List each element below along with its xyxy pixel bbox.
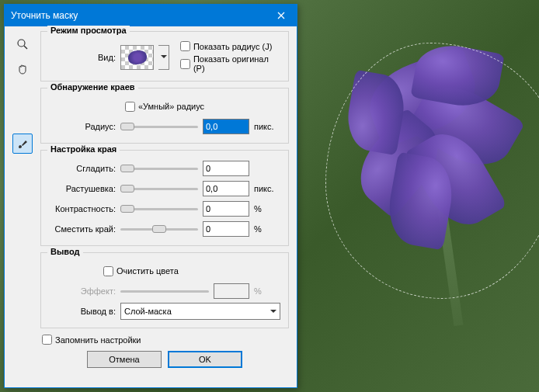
refine-mask-dialog: Уточнить маску Режим просмотра Вид: — [4, 4, 297, 388]
effect-label: Эффект: — [49, 286, 116, 296]
refine-brush-tool[interactable] — [12, 134, 33, 154]
shift-edge-slider[interactable] — [120, 223, 198, 235]
hand-icon — [16, 63, 29, 75]
flower-image — [290, 16, 539, 326]
brush-icon — [16, 137, 29, 150]
edge-detection-group: Обнаружение краев «Умный» радиус Радиус:… — [40, 88, 289, 144]
close-button[interactable] — [266, 5, 297, 26]
show-radius-checkbox[interactable]: Показать радиус (J) — [180, 41, 280, 51]
output-group: Вывод Очистить цвета Эффект: % Вывод в: — [40, 252, 289, 328]
output-to-label: Вывод в: — [49, 307, 116, 316]
contrast-input[interactable] — [203, 201, 249, 217]
shift-edge-unit: % — [254, 224, 280, 234]
view-dropdown[interactable] — [158, 45, 169, 70]
feather-label: Растушевка: — [49, 184, 116, 193]
edge-detection-legend: Обнаружение краев — [47, 82, 138, 92]
view-mode-legend: Режим просмотра — [47, 26, 130, 35]
feather-unit: пикс. — [254, 184, 280, 193]
zoom-tool[interactable] — [12, 34, 33, 54]
ok-button[interactable]: OK — [168, 351, 242, 368]
smart-radius-checkbox[interactable]: «Умный» радиус — [125, 102, 204, 112]
hand-tool[interactable] — [12, 59, 33, 79]
radius-unit: пикс. — [254, 122, 280, 131]
contrast-label: Контрастность: — [49, 204, 116, 213]
view-thumbnail[interactable] — [120, 45, 154, 70]
close-icon — [277, 12, 285, 19]
radius-input[interactable] — [203, 119, 249, 134]
effect-input — [214, 283, 249, 299]
magnifier-icon — [16, 38, 29, 50]
tool-strip — [12, 31, 34, 368]
cancel-button[interactable]: Отмена — [87, 351, 162, 368]
chevron-down-icon — [270, 310, 276, 314]
view-mode-group: Режим просмотра Вид: Показать радиус (J) — [40, 31, 289, 82]
smooth-label: Сгладить: — [49, 164, 116, 173]
svg-point-0 — [18, 40, 25, 47]
effect-unit: % — [254, 286, 280, 296]
decontaminate-checkbox[interactable]: Очистить цвета — [103, 266, 179, 276]
contrast-slider[interactable] — [120, 203, 198, 215]
radius-slider[interactable] — [120, 120, 198, 133]
contrast-unit: % — [254, 204, 280, 213]
view-label: Вид: — [49, 53, 116, 62]
show-original-checkbox[interactable]: Показать оригинал (P) — [180, 54, 280, 73]
adjust-edge-legend: Настройка края — [47, 144, 120, 154]
shift-edge-label: Сместить край: — [49, 224, 116, 234]
smooth-input[interactable] — [203, 161, 249, 176]
output-to-select[interactable]: Слой-маска — [120, 303, 280, 320]
remember-settings-checkbox[interactable]: Запомнить настройки — [42, 335, 289, 345]
selection-marquee — [325, 43, 539, 299]
feather-input[interactable] — [203, 181, 249, 196]
shift-edge-input[interactable] — [203, 221, 249, 237]
titlebar[interactable]: Уточнить маску — [5, 5, 297, 26]
dialog-title: Уточнить маску — [11, 10, 78, 21]
effect-slider — [120, 285, 209, 297]
radius-label: Радиус: — [49, 122, 116, 131]
smooth-slider[interactable] — [120, 162, 198, 175]
output-legend: Вывод — [47, 247, 83, 256]
feather-slider[interactable] — [120, 182, 198, 195]
chevron-down-icon — [161, 55, 167, 59]
adjust-edge-group: Настройка края Сгладить: Растушевка: пик… — [40, 150, 289, 246]
